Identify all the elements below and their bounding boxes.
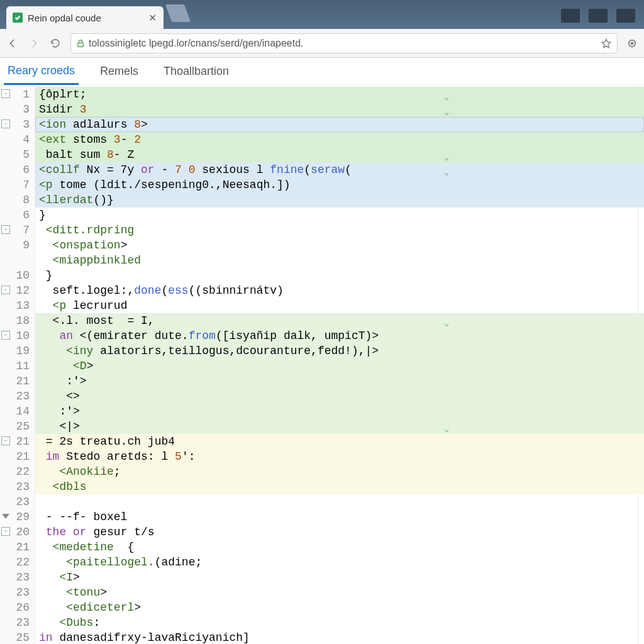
code-line[interactable]: <onspation> xyxy=(35,238,644,253)
line-number: 21 xyxy=(0,374,30,389)
code-line[interactable]: im Stedo aretds: l 5': xyxy=(35,449,644,464)
code-line[interactable]: <collf Nx = 7y or - 7 0 sexious l fnine(… xyxy=(35,162,644,177)
code-line[interactable]: <ion adlalurs 8> xyxy=(35,117,644,132)
line-number: 23 xyxy=(0,389,30,404)
line-number: 6 xyxy=(0,162,30,177)
code-line[interactable]: <ediceterl> xyxy=(35,600,644,615)
line-number: 10 xyxy=(0,268,30,283)
line-number: 9 xyxy=(0,238,30,253)
code-line[interactable]: :'> xyxy=(35,374,644,389)
code-line[interactable]: <> xyxy=(35,389,644,404)
code-line[interactable]: - --f- boxel xyxy=(35,509,644,525)
window-controls xyxy=(561,9,644,29)
line-number: 7 xyxy=(0,177,30,192)
window-settings[interactable] xyxy=(616,9,635,23)
code-line[interactable]: <p tome (ldit./sespening0.,Neesaqh.]) xyxy=(35,177,644,192)
svg-point-2 xyxy=(631,42,633,44)
new-tab-button[interactable] xyxy=(165,4,191,22)
code-line[interactable]: <Dubs: xyxy=(35,615,644,630)
fold-box-icon[interactable]: - xyxy=(1,331,10,340)
code-line[interactable]: <p lecrurud xyxy=(35,298,644,313)
line-number: 23 xyxy=(0,585,30,600)
forward-button[interactable] xyxy=(28,37,40,50)
line-number: 13 xyxy=(0,298,30,313)
reload-button[interactable] xyxy=(49,37,62,50)
line-number: 12- xyxy=(0,283,30,298)
line-number xyxy=(0,253,30,268)
favicon xyxy=(13,13,23,23)
line-number: 8 xyxy=(0,192,30,208)
address-bar[interactable]: tolossinigletc lpegd.lor/cnans/serd/gen/… xyxy=(70,33,618,53)
code-line[interactable]: <|>⌄ xyxy=(35,419,644,434)
menu-gear-icon[interactable] xyxy=(626,38,638,49)
line-number: 18 xyxy=(0,313,30,328)
code-line[interactable]: {ôplrt;⌄ xyxy=(35,87,644,102)
code-line[interactable]: <D> xyxy=(35,358,644,374)
code-line[interactable]: seft.logel:,done(ess((sbinnirnátv) xyxy=(35,283,644,298)
line-number: 21 xyxy=(0,449,30,464)
code-line[interactable]: <Anokiie; xyxy=(35,464,644,479)
fold-triangle-icon[interactable] xyxy=(1,512,10,521)
fold-box-icon[interactable]: - xyxy=(1,286,10,294)
svg-rect-0 xyxy=(78,43,84,47)
code-line[interactable]: <ditt.rdpring xyxy=(35,223,644,238)
code-line[interactable]: } xyxy=(35,268,644,283)
code-line[interactable]: in danesadifrxy-lavaRiciyanich] xyxy=(35,630,644,644)
line-number: 4 xyxy=(0,132,30,147)
svg-point-1 xyxy=(629,40,636,47)
line-number: 25 xyxy=(0,630,30,644)
subtab-remels[interactable]: Remels xyxy=(96,58,142,85)
code-line[interactable]: <miappbinkled xyxy=(35,253,644,268)
code-line[interactable]: <I> xyxy=(35,570,644,585)
code-column[interactable]: {ôplrt;⌄Sidir 3⌄<ion adlalurs 8><ext sto… xyxy=(35,86,644,644)
code-line[interactable]: Sidir 3⌄ xyxy=(35,102,644,117)
code-line[interactable]: } xyxy=(35,208,644,223)
code-line[interactable]: an <(emirater dute.from([isyañip dalk, u… xyxy=(35,328,644,343)
line-number: 23 xyxy=(0,494,30,509)
fold-box-icon[interactable]: - xyxy=(1,89,10,98)
line-number: 21- xyxy=(0,434,30,449)
subtab-thoallbartion[interactable]: Thoallbartion xyxy=(160,58,233,85)
tab-title: Rein opdal coude xyxy=(28,13,142,23)
code-line[interactable]: <iny alatorirs,teillogus,dcouranture,fed… xyxy=(35,343,644,358)
browser-titlebar: Rein opdal coude ✕ xyxy=(0,0,644,29)
code-line[interactable]: the or gesur t/s xyxy=(35,525,644,540)
line-number: 14 xyxy=(0,404,30,419)
fold-box-icon[interactable]: - xyxy=(1,436,10,445)
line-number: 6 xyxy=(0,208,30,223)
code-line[interactable]: <tonu> xyxy=(35,585,644,600)
line-number: 22 xyxy=(0,464,30,479)
code-line[interactable]: :'> xyxy=(35,404,644,419)
line-number: 23 xyxy=(0,479,30,494)
code-line[interactable]: = 2s treatu.ch jub4 xyxy=(35,434,644,449)
code-line[interactable]: <.l. most = I,⌄ xyxy=(35,313,644,328)
line-number: 19 xyxy=(0,343,30,358)
code-line[interactable]: <dbls xyxy=(35,479,644,494)
back-button[interactable] xyxy=(6,37,19,50)
url-text[interactable]: tolossinigletc lpegd.lor/cnans/serd/gen/… xyxy=(89,38,597,49)
line-number: 3- xyxy=(0,117,30,132)
line-number: 7- xyxy=(0,223,30,238)
subtab-reary-croeds[interactable]: Reary croeds xyxy=(4,58,79,85)
line-number: 22 xyxy=(0,555,30,570)
line-number: 25 xyxy=(0,419,30,434)
line-number: 3 xyxy=(0,102,30,117)
code-line[interactable]: <llerdat()} xyxy=(35,192,644,208)
fold-box-icon[interactable]: - xyxy=(1,527,10,536)
code-line[interactable]: balt sum 8- Z⌄ xyxy=(35,147,644,162)
fold-box-icon[interactable]: - xyxy=(1,225,10,234)
code-line[interactable]: <paitellogel.(adine; xyxy=(35,555,644,570)
code-editor[interactable]: 1-33-4567867-91012-131810-19112123142521… xyxy=(0,86,644,644)
browser-tab[interactable]: Rein opdal coude ✕ xyxy=(6,6,164,29)
bookmark-star-icon[interactable] xyxy=(601,38,612,49)
tab-close-icon[interactable]: ✕ xyxy=(147,13,157,23)
line-number-gutter: 1-33-4567867-91012-131810-19112123142521… xyxy=(0,86,35,644)
window-minimize[interactable] xyxy=(561,9,580,23)
code-line[interactable] xyxy=(35,494,644,509)
fold-box-icon[interactable]: - xyxy=(1,119,10,128)
line-number: 5 xyxy=(0,147,30,162)
code-line[interactable]: <ext stoms 3- 2 xyxy=(35,132,644,147)
line-number: 11 xyxy=(0,358,30,374)
window-maximize[interactable] xyxy=(589,9,608,23)
code-line[interactable]: <medetine { xyxy=(35,540,644,555)
